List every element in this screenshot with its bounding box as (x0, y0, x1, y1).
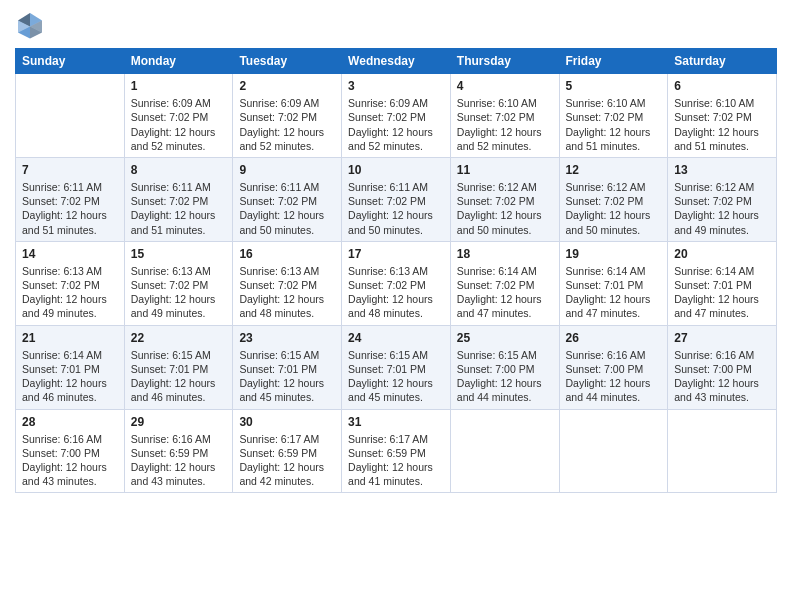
day-number: 29 (131, 414, 227, 430)
day-number: 9 (239, 162, 335, 178)
calendar-cell (16, 74, 125, 158)
day-number: 11 (457, 162, 553, 178)
day-number: 16 (239, 246, 335, 262)
calendar-cell (450, 409, 559, 493)
day-info: Sunrise: 6:14 AM Sunset: 7:01 PM Dayligh… (22, 348, 118, 405)
day-number: 24 (348, 330, 444, 346)
calendar-cell: 23Sunrise: 6:15 AM Sunset: 7:01 PM Dayli… (233, 325, 342, 409)
calendar-cell: 1Sunrise: 6:09 AM Sunset: 7:02 PM Daylig… (124, 74, 233, 158)
day-number: 28 (22, 414, 118, 430)
calendar-cell: 21Sunrise: 6:14 AM Sunset: 7:01 PM Dayli… (16, 325, 125, 409)
column-header-sunday: Sunday (16, 49, 125, 74)
day-info: Sunrise: 6:11 AM Sunset: 7:02 PM Dayligh… (131, 180, 227, 237)
day-number: 5 (566, 78, 662, 94)
day-info: Sunrise: 6:14 AM Sunset: 7:01 PM Dayligh… (674, 264, 770, 321)
day-number: 4 (457, 78, 553, 94)
day-info: Sunrise: 6:15 AM Sunset: 7:01 PM Dayligh… (348, 348, 444, 405)
calendar-week-row: 1Sunrise: 6:09 AM Sunset: 7:02 PM Daylig… (16, 74, 777, 158)
calendar-cell: 30Sunrise: 6:17 AM Sunset: 6:59 PM Dayli… (233, 409, 342, 493)
calendar-header-row: SundayMondayTuesdayWednesdayThursdayFrid… (16, 49, 777, 74)
day-info: Sunrise: 6:10 AM Sunset: 7:02 PM Dayligh… (674, 96, 770, 153)
calendar-cell: 8Sunrise: 6:11 AM Sunset: 7:02 PM Daylig… (124, 157, 233, 241)
calendar-cell: 25Sunrise: 6:15 AM Sunset: 7:00 PM Dayli… (450, 325, 559, 409)
calendar-cell: 10Sunrise: 6:11 AM Sunset: 7:02 PM Dayli… (342, 157, 451, 241)
day-number: 13 (674, 162, 770, 178)
day-info: Sunrise: 6:14 AM Sunset: 7:01 PM Dayligh… (566, 264, 662, 321)
calendar-cell: 28Sunrise: 6:16 AM Sunset: 7:00 PM Dayli… (16, 409, 125, 493)
day-info: Sunrise: 6:13 AM Sunset: 7:02 PM Dayligh… (239, 264, 335, 321)
day-number: 22 (131, 330, 227, 346)
day-info: Sunrise: 6:17 AM Sunset: 6:59 PM Dayligh… (348, 432, 444, 489)
calendar-cell: 14Sunrise: 6:13 AM Sunset: 7:02 PM Dayli… (16, 241, 125, 325)
day-number: 25 (457, 330, 553, 346)
day-number: 10 (348, 162, 444, 178)
calendar-cell: 18Sunrise: 6:14 AM Sunset: 7:02 PM Dayli… (450, 241, 559, 325)
day-info: Sunrise: 6:11 AM Sunset: 7:02 PM Dayligh… (22, 180, 118, 237)
calendar-cell: 27Sunrise: 6:16 AM Sunset: 7:00 PM Dayli… (668, 325, 777, 409)
day-number: 17 (348, 246, 444, 262)
day-info: Sunrise: 6:16 AM Sunset: 7:00 PM Dayligh… (674, 348, 770, 405)
calendar-table: SundayMondayTuesdayWednesdayThursdayFrid… (15, 48, 777, 493)
day-number: 6 (674, 78, 770, 94)
day-info: Sunrise: 6:09 AM Sunset: 7:02 PM Dayligh… (131, 96, 227, 153)
header (15, 10, 777, 40)
day-info: Sunrise: 6:09 AM Sunset: 7:02 PM Dayligh… (239, 96, 335, 153)
day-info: Sunrise: 6:11 AM Sunset: 7:02 PM Dayligh… (348, 180, 444, 237)
calendar-cell: 19Sunrise: 6:14 AM Sunset: 7:01 PM Dayli… (559, 241, 668, 325)
column-header-monday: Monday (124, 49, 233, 74)
calendar-cell: 9Sunrise: 6:11 AM Sunset: 7:02 PM Daylig… (233, 157, 342, 241)
calendar-cell: 22Sunrise: 6:15 AM Sunset: 7:01 PM Dayli… (124, 325, 233, 409)
calendar-week-row: 7Sunrise: 6:11 AM Sunset: 7:02 PM Daylig… (16, 157, 777, 241)
column-header-tuesday: Tuesday (233, 49, 342, 74)
day-number: 12 (566, 162, 662, 178)
calendar-week-row: 14Sunrise: 6:13 AM Sunset: 7:02 PM Dayli… (16, 241, 777, 325)
calendar-cell: 3Sunrise: 6:09 AM Sunset: 7:02 PM Daylig… (342, 74, 451, 158)
day-info: Sunrise: 6:12 AM Sunset: 7:02 PM Dayligh… (457, 180, 553, 237)
day-number: 20 (674, 246, 770, 262)
calendar-cell: 6Sunrise: 6:10 AM Sunset: 7:02 PM Daylig… (668, 74, 777, 158)
day-number: 27 (674, 330, 770, 346)
logo-icon (15, 10, 45, 40)
calendar-cell: 16Sunrise: 6:13 AM Sunset: 7:02 PM Dayli… (233, 241, 342, 325)
calendar-cell: 26Sunrise: 6:16 AM Sunset: 7:00 PM Dayli… (559, 325, 668, 409)
column-header-friday: Friday (559, 49, 668, 74)
day-info: Sunrise: 6:10 AM Sunset: 7:02 PM Dayligh… (566, 96, 662, 153)
day-number: 2 (239, 78, 335, 94)
day-info: Sunrise: 6:16 AM Sunset: 7:00 PM Dayligh… (566, 348, 662, 405)
calendar-cell: 29Sunrise: 6:16 AM Sunset: 6:59 PM Dayli… (124, 409, 233, 493)
calendar-cell: 15Sunrise: 6:13 AM Sunset: 7:02 PM Dayli… (124, 241, 233, 325)
day-number: 3 (348, 78, 444, 94)
calendar-cell: 4Sunrise: 6:10 AM Sunset: 7:02 PM Daylig… (450, 74, 559, 158)
calendar-cell (559, 409, 668, 493)
day-number: 31 (348, 414, 444, 430)
day-info: Sunrise: 6:14 AM Sunset: 7:02 PM Dayligh… (457, 264, 553, 321)
day-info: Sunrise: 6:17 AM Sunset: 6:59 PM Dayligh… (239, 432, 335, 489)
day-info: Sunrise: 6:16 AM Sunset: 7:00 PM Dayligh… (22, 432, 118, 489)
day-info: Sunrise: 6:09 AM Sunset: 7:02 PM Dayligh… (348, 96, 444, 153)
calendar-cell: 13Sunrise: 6:12 AM Sunset: 7:02 PM Dayli… (668, 157, 777, 241)
calendar-cell: 2Sunrise: 6:09 AM Sunset: 7:02 PM Daylig… (233, 74, 342, 158)
calendar-cell: 17Sunrise: 6:13 AM Sunset: 7:02 PM Dayli… (342, 241, 451, 325)
day-info: Sunrise: 6:13 AM Sunset: 7:02 PM Dayligh… (22, 264, 118, 321)
day-number: 14 (22, 246, 118, 262)
day-info: Sunrise: 6:11 AM Sunset: 7:02 PM Dayligh… (239, 180, 335, 237)
day-info: Sunrise: 6:13 AM Sunset: 7:02 PM Dayligh… (131, 264, 227, 321)
calendar-cell: 31Sunrise: 6:17 AM Sunset: 6:59 PM Dayli… (342, 409, 451, 493)
column-header-saturday: Saturday (668, 49, 777, 74)
day-info: Sunrise: 6:15 AM Sunset: 7:01 PM Dayligh… (131, 348, 227, 405)
calendar-cell: 11Sunrise: 6:12 AM Sunset: 7:02 PM Dayli… (450, 157, 559, 241)
day-number: 1 (131, 78, 227, 94)
day-info: Sunrise: 6:12 AM Sunset: 7:02 PM Dayligh… (566, 180, 662, 237)
day-number: 7 (22, 162, 118, 178)
day-number: 26 (566, 330, 662, 346)
day-number: 19 (566, 246, 662, 262)
day-number: 15 (131, 246, 227, 262)
day-info: Sunrise: 6:16 AM Sunset: 6:59 PM Dayligh… (131, 432, 227, 489)
calendar-cell: 20Sunrise: 6:14 AM Sunset: 7:01 PM Dayli… (668, 241, 777, 325)
calendar-cell: 12Sunrise: 6:12 AM Sunset: 7:02 PM Dayli… (559, 157, 668, 241)
page: SundayMondayTuesdayWednesdayThursdayFrid… (0, 0, 792, 503)
day-number: 8 (131, 162, 227, 178)
calendar-week-row: 28Sunrise: 6:16 AM Sunset: 7:00 PM Dayli… (16, 409, 777, 493)
calendar-week-row: 21Sunrise: 6:14 AM Sunset: 7:01 PM Dayli… (16, 325, 777, 409)
column-header-wednesday: Wednesday (342, 49, 451, 74)
